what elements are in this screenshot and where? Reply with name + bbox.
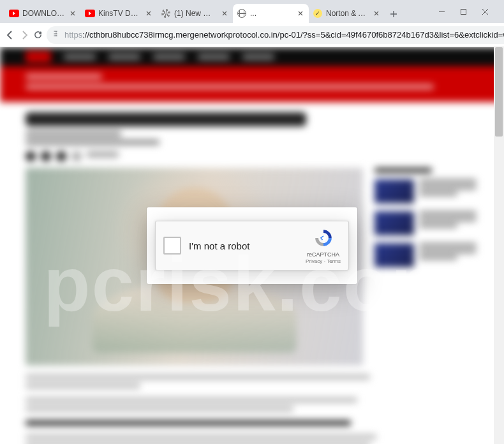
recaptcha-label: I'm not a robot: [181, 241, 299, 251]
forward-icon[interactable]: [19, 26, 29, 44]
scrollbar[interactable]: [494, 47, 504, 444]
youtube-icon: [9, 8, 19, 18]
window-controls: [431, 8, 499, 23]
recaptcha-branding: reCAPTCHA Privacy - Terms: [306, 228, 341, 264]
svg-rect-4: [54, 31, 57, 32]
recaptcha-terms: Privacy - Terms: [306, 258, 341, 264]
privacy-link[interactable]: Privacy: [306, 258, 322, 264]
blurred-sidebar-header: [374, 168, 432, 173]
youtube-icon: [85, 8, 95, 18]
browser-toolbar: https://cthbru8hubcc738irmcg.mergenetwor…: [0, 23, 504, 47]
address-bar[interactable]: https://cthbru8hubcc738irmcg.mergenetwor…: [47, 26, 504, 44]
recaptcha-logo-icon: [313, 228, 334, 251]
new-tab-button[interactable]: [385, 5, 403, 23]
close-icon[interactable]: [144, 9, 153, 18]
tab-download-red[interactable]: DOWNLOAD: Red |: [5, 4, 81, 23]
page-content: pcrisk.com I'm not a robot reCAPTCHA Pri…: [0, 47, 504, 444]
browser-titlebar: DOWNLOAD: Red | KinsTV Download F (1) Ne…: [0, 0, 504, 23]
norton-icon: [313, 8, 323, 18]
tab-active[interactable]: ...: [233, 4, 309, 23]
tab-title: (1) New Message!: [174, 9, 217, 18]
terms-link[interactable]: Terms: [327, 258, 341, 264]
maximize-icon[interactable]: [459, 8, 467, 15]
tab-title: Norton & AntiVirus: [326, 9, 369, 18]
tab-title: ...: [250, 9, 293, 18]
recaptcha-checkbox[interactable]: [163, 237, 181, 255]
url-text: https://cthbru8hubcc738irmcg.mergenetwor…: [64, 30, 504, 40]
site-info-icon[interactable]: [52, 29, 61, 40]
recaptcha-brand-text: reCAPTCHA: [307, 251, 339, 258]
globe-icon: [237, 8, 247, 18]
tab-new-message[interactable]: (1) New Message!: [157, 4, 233, 23]
tab-norton[interactable]: Norton & AntiVirus: [309, 4, 385, 23]
tab-title: KinsTV Download F: [98, 9, 141, 18]
close-icon[interactable]: [68, 9, 77, 18]
minimize-icon[interactable]: [438, 8, 445, 15]
reload-icon[interactable]: [33, 26, 43, 44]
close-icon[interactable]: [296, 9, 305, 18]
svg-rect-5: [54, 34, 57, 34]
window-close-icon[interactable]: [481, 8, 489, 15]
recaptcha-widget: I'm not a robot reCAPTCHA Privacy - Term…: [155, 221, 349, 270]
blurred-headline: [26, 112, 306, 126]
tab-title: DOWNLOAD: Red |: [22, 9, 65, 18]
close-icon[interactable]: [220, 9, 229, 18]
loading-spinner-icon: [161, 8, 171, 18]
svg-rect-0: [461, 9, 466, 14]
close-icon[interactable]: [372, 9, 381, 18]
tab-kinstv[interactable]: KinsTV Download F: [81, 4, 157, 23]
svg-rect-6: [54, 36, 57, 36]
back-icon[interactable]: [5, 26, 15, 44]
scrollbar-thumb[interactable]: [495, 47, 503, 137]
browser-tabs: DOWNLOAD: Red | KinsTV Download F (1) Ne…: [5, 3, 431, 23]
